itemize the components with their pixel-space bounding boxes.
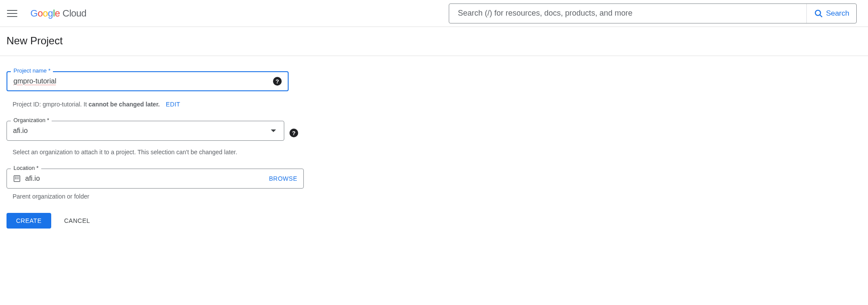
organization-value: afi.io <box>13 127 267 135</box>
project-id-helper-text1: Project ID: gmpro-tutorial. It <box>13 101 89 108</box>
project-name-row: Project name * ? <box>7 71 310 96</box>
svg-rect-5 <box>15 178 16 179</box>
project-name-input[interactable] <box>13 77 273 85</box>
search-icon <box>814 9 823 18</box>
create-button[interactable]: CREATE <box>7 213 51 229</box>
header-bar: Google Cloud Search <box>0 0 868 27</box>
svg-rect-4 <box>16 177 17 178</box>
svg-rect-3 <box>15 177 16 178</box>
organization-icon <box>13 175 21 182</box>
svg-rect-6 <box>16 178 17 179</box>
project-name-field[interactable]: ? <box>7 71 289 91</box>
search-box: Search <box>449 3 857 23</box>
search-button[interactable]: Search <box>806 4 856 23</box>
page-title-bar: New Project <box>0 27 868 56</box>
logo-suffix: Cloud <box>62 8 86 19</box>
page-title: New Project <box>7 35 861 47</box>
location-label: Location * <box>11 165 41 171</box>
project-name-label: Project name * <box>11 67 53 74</box>
chevron-down-icon <box>271 129 276 132</box>
google-cloud-logo[interactable]: Google Cloud <box>30 8 86 19</box>
svg-rect-8 <box>18 178 19 179</box>
project-id-helper-bold: cannot be changed later. <box>89 101 160 108</box>
form-actions: CREATE CANCEL <box>7 213 306 229</box>
project-id-helper: Project ID: gmpro-tutorial. It cannot be… <box>13 101 306 108</box>
project-id-edit-link[interactable]: EDIT <box>166 101 180 108</box>
organization-select[interactable]: afi.io <box>7 121 284 141</box>
search-input[interactable] <box>458 9 798 18</box>
cancel-button[interactable]: CANCEL <box>64 217 90 224</box>
location-row: Location * afi.io BROWSE <box>7 169 304 189</box>
location-browse-button[interactable]: BROWSE <box>269 175 297 182</box>
location-value: afi.io <box>25 175 269 182</box>
hamburger-menu-icon[interactable] <box>7 8 17 19</box>
organization-helper: Select an organization to attach it to a… <box>13 149 306 156</box>
location-helper: Parent organization or folder <box>13 193 306 200</box>
organization-row: Organization * afi.io ? <box>7 121 310 145</box>
organization-help-icon[interactable]: ? <box>289 129 298 137</box>
location-field[interactable]: afi.io BROWSE <box>7 169 304 189</box>
svg-rect-7 <box>18 177 19 178</box>
svg-line-1 <box>820 15 822 17</box>
project-name-help-icon[interactable]: ? <box>273 77 282 86</box>
new-project-form: Project name * ? Project ID: gmpro-tutor… <box>0 56 312 237</box>
svg-point-0 <box>815 10 821 15</box>
organization-label: Organization * <box>11 117 52 123</box>
search-button-label: Search <box>826 9 849 18</box>
